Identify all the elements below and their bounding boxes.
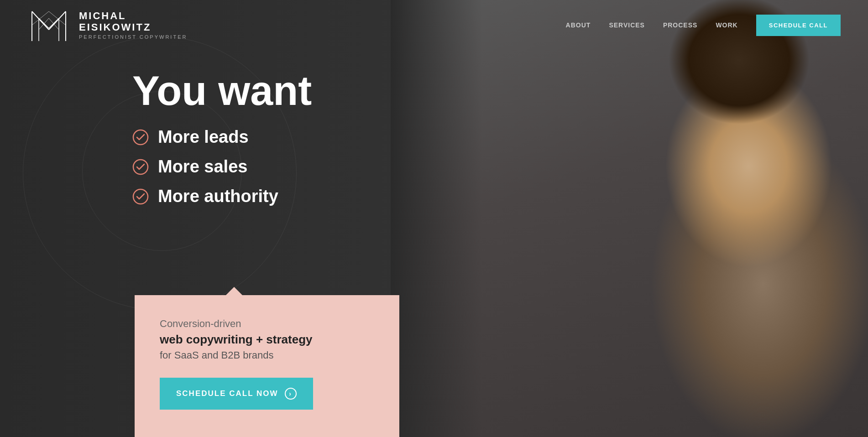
svg-line-1 xyxy=(32,11,49,30)
cta-arrow-icon: › xyxy=(285,388,297,400)
nav-process[interactable]: PROCESS xyxy=(663,21,697,29)
check-label-leads: More leads xyxy=(158,127,249,147)
pink-card: Conversion-driven web copywriting + stra… xyxy=(135,295,399,437)
nav-about[interactable]: ABOUT xyxy=(566,21,591,29)
check-item-authority: More authority xyxy=(132,187,312,206)
logo-text: MICHAL EISIKOWITZ PERFECTIONIST COPYWRIT… xyxy=(79,10,187,40)
check-item-leads: More leads xyxy=(132,127,312,147)
logo-icon xyxy=(27,5,71,46)
svg-point-13 xyxy=(133,160,148,174)
nav-links: ABOUT SERVICES PROCESS WORK SCHEDULE CAL… xyxy=(566,15,841,36)
page-wrapper: MICHAL EISIKOWITZ PERFECTIONIST COPYWRIT… xyxy=(0,0,868,437)
hero-content: You want More leads More sales xyxy=(132,68,312,206)
svg-line-10 xyxy=(32,11,49,25)
svg-point-14 xyxy=(133,189,148,204)
logo-subtitle: PERFECTIONIST COPYWRITER xyxy=(79,34,187,40)
check-label-sales: More sales xyxy=(158,157,247,177)
check-label-authority: More authority xyxy=(158,187,278,206)
card-subtitle: Conversion-driven xyxy=(160,318,374,330)
svg-point-12 xyxy=(133,130,148,145)
person-photo xyxy=(391,0,868,437)
nav-schedule-call-button[interactable]: SCHEDULE CALL xyxy=(756,15,841,36)
navbar: MICHAL EISIKOWITZ PERFECTIONIST COPYWRIT… xyxy=(0,0,868,50)
cta-button-label: SCHEDULE CALL NOW xyxy=(176,389,278,398)
check-icon-authority xyxy=(132,188,149,205)
hero-title: You want xyxy=(132,68,312,114)
svg-line-2 xyxy=(49,11,66,30)
check-icon-sales xyxy=(132,159,149,175)
card-desc: for SaaS and B2B brands xyxy=(160,349,374,361)
check-icon-leads xyxy=(132,129,149,146)
logo-area: MICHAL EISIKOWITZ PERFECTIONIST COPYWRIT… xyxy=(27,5,187,46)
nav-services[interactable]: SERVICES xyxy=(609,21,645,29)
card-title: web copywriting + strategy xyxy=(160,333,374,347)
check-item-sales: More sales xyxy=(132,157,312,177)
photo-simulation xyxy=(391,0,868,437)
nav-work[interactable]: WORK xyxy=(716,21,737,29)
schedule-call-now-button[interactable]: SCHEDULE CALL NOW › xyxy=(160,378,313,410)
svg-line-11 xyxy=(49,11,66,25)
logo-name-line2: EISIKOWITZ xyxy=(79,21,187,33)
checklist: More leads More sales More authority xyxy=(132,127,312,206)
logo-name-line1: MICHAL xyxy=(79,10,187,21)
